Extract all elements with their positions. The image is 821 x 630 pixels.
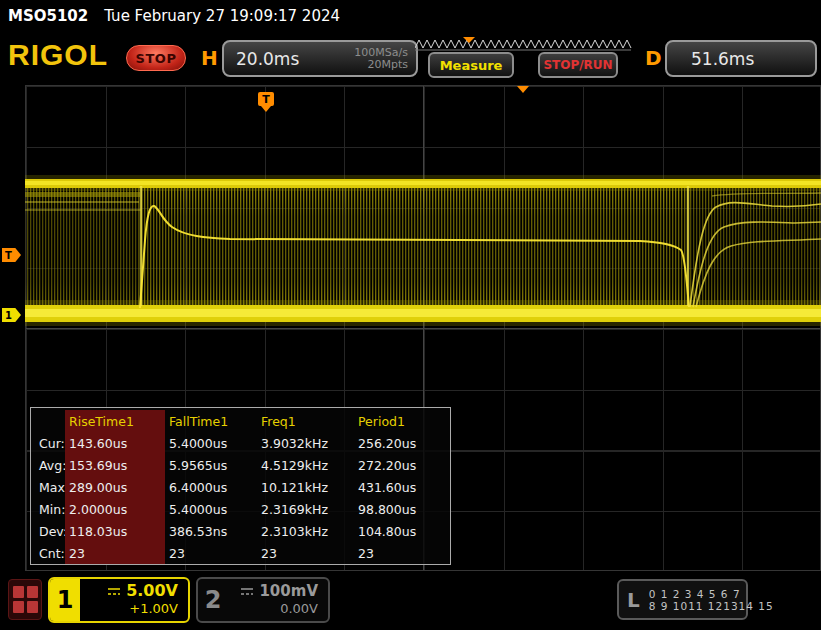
- measurement-table: RiseTime1 FallTime1 Freq1 Period1 Cur: 1…: [31, 408, 450, 564]
- measure-value: 289.00us: [65, 476, 165, 498]
- logic-row-2: 8 9 1011 121314 15: [649, 600, 774, 612]
- measure-value: 5.4000us: [165, 432, 257, 454]
- measure-value: 10.121kHz: [257, 476, 354, 498]
- menu-grid-square: [13, 601, 24, 613]
- measure-row-label: Min:: [35, 498, 65, 520]
- timebase-box[interactable]: 20.0ms 100MSa/s 20Mpts: [222, 40, 418, 77]
- acquisition-info: 100MSa/s 20Mpts: [354, 47, 408, 71]
- top-rail-core: [25, 181, 821, 185]
- measure-value: 2.3103kHz: [257, 520, 354, 542]
- position-pointer-icon: [463, 37, 475, 43]
- rigol-logo: RIGOL: [8, 38, 108, 72]
- measure-value: 256.20us: [354, 432, 450, 454]
- logic-channels-box[interactable]: L 0 1 2 3 4 5 6 7 8 9 1011 121314 15: [617, 579, 748, 620]
- logic-channel-numbers: 0 1 2 3 4 5 6 7 8 9 1011 121314 15: [649, 588, 774, 612]
- measurement-panel[interactable]: RiseTime1 FallTime1 Freq1 Period1 Cur: 1…: [30, 407, 451, 565]
- memory-waveform-icon: [415, 40, 631, 48]
- measure-row-label: Avg:: [35, 454, 65, 476]
- channel1-values: 5.00V +1.00V: [80, 579, 188, 621]
- measure-value: 23: [354, 542, 450, 564]
- channel1-scale: 5.00V: [126, 582, 178, 600]
- menu-grid-square: [27, 601, 38, 613]
- measure-value: 431.60us: [354, 476, 450, 498]
- model-name: MSO5102: [8, 7, 88, 25]
- memory-depth: 20Mpts: [367, 58, 408, 71]
- ch1-level-marker[interactable]: 1: [2, 308, 21, 322]
- delay-position-marker-icon[interactable]: [517, 86, 529, 93]
- delay-value: 51.6ms: [691, 49, 754, 69]
- acquisition-status-badge: STOP: [126, 45, 186, 71]
- menu-grid-square: [27, 586, 38, 598]
- measure-value: 4.5129kHz: [257, 454, 354, 476]
- stop-run-button[interactable]: STOP/RUN: [538, 52, 618, 78]
- channel1-offset: +1.00V: [129, 600, 178, 618]
- measure-value: 386.53ns: [165, 520, 257, 542]
- channel2-offset: 0.00V: [280, 600, 318, 618]
- channel2-scale: 100mV: [259, 582, 318, 600]
- measure-value: 153.69us: [65, 454, 165, 476]
- baseline-core: [25, 309, 821, 317]
- measure-corner-cell: [35, 410, 65, 432]
- measure-col-header: RiseTime1: [65, 410, 165, 432]
- channel2-values: 100mV 0.00V: [228, 579, 328, 621]
- datetime-text: Tue February 27 19:09:17 2024: [104, 7, 340, 25]
- channel2-number: 2: [198, 579, 228, 621]
- measure-value: 272.20us: [354, 454, 450, 476]
- measure-row-label: Cnt:: [35, 542, 65, 564]
- measure-row-label: Max:: [35, 476, 65, 498]
- measure-value: 2.0000us: [65, 498, 165, 520]
- oscilloscope-screen: MSO5102 Tue February 27 19:09:17 2024 RI…: [0, 0, 821, 630]
- measure-col-header: Period1: [354, 410, 450, 432]
- trigger-position-pointer-icon: [261, 106, 271, 112]
- menu-grid-square: [13, 586, 24, 598]
- top-rail-left-sub: [25, 192, 140, 197]
- channel1-number: 1: [50, 579, 80, 621]
- measure-value: 23: [65, 542, 165, 564]
- timebase-value: 20.0ms: [236, 49, 299, 69]
- dc-coupling-icon: [240, 586, 254, 596]
- measure-col-header: Freq1: [257, 410, 354, 432]
- channel1-box[interactable]: 1 5.00V +1.00V: [48, 577, 190, 623]
- measure-value: 23: [257, 542, 354, 564]
- measure-value: 98.800us: [354, 498, 450, 520]
- measure-row-label: Dev:: [35, 520, 65, 542]
- timebase-position-bar: [415, 37, 635, 51]
- measure-value: 5.4000us: [165, 498, 257, 520]
- measure-value: 3.9032kHz: [257, 432, 354, 454]
- measure-value: 2.3169kHz: [257, 498, 354, 520]
- measure-value: 5.9565us: [165, 454, 257, 476]
- measure-value: 104.80us: [354, 520, 450, 542]
- menu-grid-icon[interactable]: [8, 579, 42, 620]
- horizontal-label: H: [201, 46, 218, 70]
- measure-col-header: FallTime1: [165, 410, 257, 432]
- trigger-position-marker[interactable]: T: [258, 92, 274, 106]
- channel2-box[interactable]: 2 100mV 0.00V: [196, 577, 330, 623]
- delay-box[interactable]: 51.6ms: [665, 40, 817, 77]
- measure-row-label: Cur:: [35, 432, 65, 454]
- measure-value: 143.60us: [65, 432, 165, 454]
- delay-label: D: [645, 46, 662, 70]
- measure-value: 118.03us: [65, 520, 165, 542]
- logic-label: L: [627, 588, 640, 612]
- trigger-level-marker[interactable]: T: [2, 248, 21, 262]
- measure-value: 6.4000us: [165, 476, 257, 498]
- measure-value: 23: [165, 542, 257, 564]
- measure-button[interactable]: Measure: [428, 52, 514, 78]
- dc-coupling-icon: [107, 586, 121, 596]
- top-info-bar: MSO5102 Tue February 27 19:09:17 2024: [0, 0, 821, 32]
- logic-row-1: 0 1 2 3 4 5 6 7: [649, 588, 741, 600]
